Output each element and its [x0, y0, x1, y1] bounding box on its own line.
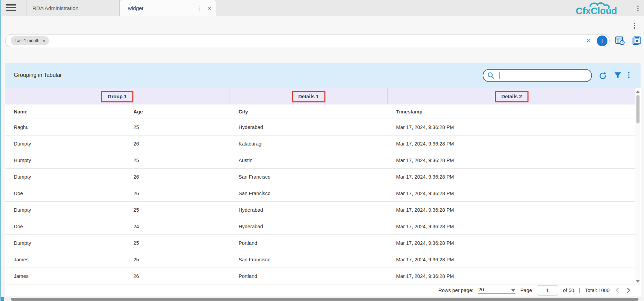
cell-timestamp: Mar 17, 2024, 9:36:28 PM [387, 185, 636, 201]
grouping-tabular-widget: Grouping in Tabular [5, 63, 641, 296]
cell-timestamp: Mar 17, 2024, 9:36:28 PM [387, 119, 636, 135]
topbar-kebab-icon[interactable] [637, 6, 639, 11]
cell-city: Hyderabad [230, 218, 387, 234]
cell-name: Doe [5, 185, 124, 201]
cell-name: Raghu [5, 119, 124, 135]
cell-timestamp: Mar 17, 2024, 9:36:28 PM [387, 136, 636, 152]
cell-name: Dumpty [5, 202, 124, 218]
rows-per-page-label: Rows per page: [439, 288, 474, 293]
page-number-input[interactable] [537, 285, 558, 295]
column-header-city[interactable]: City [230, 104, 387, 119]
table-body: Raghu 25 Hyderabad Mar 17, 2024, 9:36:28… [5, 119, 636, 284]
table-row[interactable]: Dumpty 25 Portland Mar 17, 2024, 9:36:28… [5, 235, 636, 251]
chip-label: Last 1 month [14, 38, 39, 43]
cell-name: Doe [5, 218, 124, 234]
rows-per-page-select[interactable]: 20 [478, 287, 515, 294]
clear-filters-icon[interactable]: × [586, 37, 591, 44]
pagination-bar: Rows per page: 20 Page of 50 | Total: 10… [5, 284, 641, 296]
tab-rda-administration[interactable]: RDA Administration [27, 0, 120, 16]
search-box[interactable] [483, 69, 592, 82]
cell-timestamp: Mar 17, 2024, 9:36:28 PM [387, 251, 636, 268]
window-corner [1, 297, 4, 301]
table-row[interactable]: Doe 24 Hyderabad Mar 17, 2024, 9:36:28 P… [5, 218, 636, 235]
filter-chip-last-1-month[interactable]: Last 1 month × [11, 36, 49, 45]
save-view-icon[interactable] [631, 36, 642, 47]
annotation-box: Group 1 [101, 91, 133, 102]
cell-age: 25 [124, 251, 230, 268]
logo-text: CfxCloud [576, 6, 617, 16]
table-row[interactable]: James 25 San Francisco Mar 17, 2024, 9:3… [5, 251, 636, 268]
search-input[interactable] [500, 70, 591, 81]
group-cell-details-1: Details 1 [230, 88, 387, 104]
filter-history-icon[interactable] [615, 36, 625, 47]
cell-city: Portland [230, 235, 387, 251]
cell-city: Hyderabad [230, 119, 387, 135]
cell-timestamp: Mar 17, 2024, 9:36:28 PM [387, 152, 636, 168]
cell-age: 25 [124, 235, 230, 251]
table-row[interactable]: Raghu 25 Hyderabad Mar 17, 2024, 9:36:28… [5, 119, 636, 136]
vertical-scrollbar[interactable] [635, 88, 640, 284]
scroll-up-icon[interactable] [635, 89, 640, 94]
top-tab-bar: RDA Administration widget ⋮ × CfxCloud [1, 0, 644, 16]
cell-timestamp: Mar 17, 2024, 9:36:28 PM [387, 268, 636, 284]
chip-close-icon[interactable]: × [42, 39, 45, 43]
group-label: Group 1 [108, 94, 127, 99]
cell-city: San Francisco [230, 185, 387, 201]
hamburger-menu-icon[interactable] [6, 4, 17, 12]
cell-timestamp: Mar 17, 2024, 9:36:28 PM [387, 202, 636, 218]
group-header-row: Group 1 Details 1 Details 2 [5, 88, 636, 104]
cell-age: 26 [124, 136, 230, 152]
column-header-timestamp[interactable]: Timestamp [387, 104, 636, 119]
column-header-age[interactable]: Age [124, 104, 230, 119]
cell-timestamp: Mar 17, 2024, 9:36:28 PM [387, 169, 636, 185]
widget-title: Grouping in Tabular [14, 72, 62, 78]
group-cell-group-1: Group 1 [5, 88, 230, 104]
tab-label: widget [120, 5, 193, 11]
tab-label: RDA Administration [27, 5, 79, 11]
page-label: Page [520, 288, 532, 293]
table-row[interactable]: Humpty 25 Austin Mar 17, 2024, 9:36:28 P… [5, 152, 636, 169]
cell-age: 26 [124, 169, 230, 185]
widget-kebab-icon[interactable] [628, 72, 630, 78]
vertical-scrollbar-thumb[interactable] [636, 95, 640, 123]
page-kebab-icon[interactable] [634, 23, 635, 29]
table-row[interactable]: Dumpty 26 San Francisco Mar 17, 2024, 9:… [5, 169, 636, 185]
table-row[interactable]: Dumpty 26 Kalaburagi Mar 17, 2024, 9:36:… [5, 136, 636, 152]
scroll-down-icon[interactable] [635, 279, 640, 284]
cell-age: 25 [124, 202, 230, 218]
cell-city: Hyderabad [230, 202, 387, 218]
cell-age: 26 [124, 268, 230, 284]
tab-widget[interactable]: widget ⋮ × [120, 0, 216, 16]
refresh-icon[interactable] [598, 71, 607, 82]
filter-bar[interactable]: Last 1 month × × + [5, 34, 610, 47]
cell-city: San Francisco [230, 251, 387, 268]
cell-name: Dumpty [5, 235, 124, 251]
group-label: Details 2 [501, 94, 522, 99]
cell-name: Dumpty [5, 136, 124, 152]
cell-age: 25 [124, 119, 230, 135]
table-row[interactable]: Dumpty 25 Hyderabad Mar 17, 2024, 9:36:2… [5, 202, 636, 218]
rows-per-page-value: 20 [478, 287, 484, 292]
next-page-icon[interactable] [625, 287, 632, 293]
column-header-name[interactable]: Name [5, 104, 124, 119]
cell-age: 24 [124, 218, 230, 234]
horizontal-scrollbar-thumb[interactable] [11, 298, 638, 301]
filter-funnel-icon[interactable] [614, 71, 622, 81]
tab-close-icon[interactable]: × [206, 4, 216, 12]
cell-age: 25 [124, 152, 230, 168]
table-row[interactable]: Doe 26 San Francisco Mar 17, 2024, 9:36:… [5, 185, 636, 202]
previous-page-icon[interactable] [614, 287, 621, 293]
dropdown-caret-icon [511, 289, 515, 292]
page-of-label: of 50 [563, 288, 574, 293]
horizontal-scrollbar[interactable] [1, 297, 644, 301]
cell-name: Dumpty [5, 169, 124, 185]
widget-header: Grouping in Tabular [5, 63, 641, 88]
annotation-box: Details 1 [292, 91, 325, 102]
footer-separator: | [579, 288, 580, 293]
table-row[interactable]: James 26 Portland Mar 17, 2024, 9:36:28 … [5, 268, 636, 284]
column-header-row: Name Age City Timestamp [5, 104, 636, 119]
add-filter-button[interactable]: + [597, 36, 607, 46]
search-icon [487, 72, 495, 79]
tab-kebab-icon[interactable]: ⋮ [193, 4, 206, 12]
group-label: Details 1 [298, 94, 319, 99]
